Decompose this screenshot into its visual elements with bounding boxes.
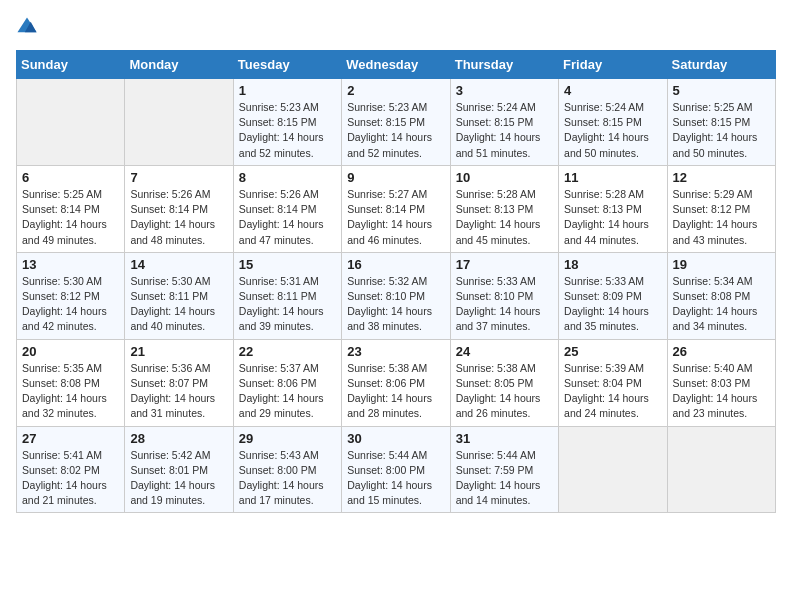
day-info: Sunrise: 5:35 AMSunset: 8:08 PMDaylight:… bbox=[22, 361, 119, 422]
day-number: 3 bbox=[456, 83, 553, 98]
calendar-cell: 29 Sunrise: 5:43 AMSunset: 8:00 PMDaylig… bbox=[233, 426, 341, 513]
day-number: 11 bbox=[564, 170, 661, 185]
calendar-header-row: SundayMondayTuesdayWednesdayThursdayFrid… bbox=[17, 51, 776, 79]
calendar-cell: 14 Sunrise: 5:30 AMSunset: 8:11 PMDaylig… bbox=[125, 252, 233, 339]
calendar-cell: 25 Sunrise: 5:39 AMSunset: 8:04 PMDaylig… bbox=[559, 339, 667, 426]
day-header-monday: Monday bbox=[125, 51, 233, 79]
day-info: Sunrise: 5:23 AMSunset: 8:15 PMDaylight:… bbox=[347, 100, 444, 161]
calendar-cell: 31 Sunrise: 5:44 AMSunset: 7:59 PMDaylig… bbox=[450, 426, 558, 513]
day-info: Sunrise: 5:28 AMSunset: 8:13 PMDaylight:… bbox=[456, 187, 553, 248]
day-number: 13 bbox=[22, 257, 119, 272]
calendar-cell: 26 Sunrise: 5:40 AMSunset: 8:03 PMDaylig… bbox=[667, 339, 775, 426]
day-info: Sunrise: 5:32 AMSunset: 8:10 PMDaylight:… bbox=[347, 274, 444, 335]
day-number: 10 bbox=[456, 170, 553, 185]
day-number: 6 bbox=[22, 170, 119, 185]
day-number: 20 bbox=[22, 344, 119, 359]
calendar-cell: 28 Sunrise: 5:42 AMSunset: 8:01 PMDaylig… bbox=[125, 426, 233, 513]
calendar-cell bbox=[125, 79, 233, 166]
day-info: Sunrise: 5:23 AMSunset: 8:15 PMDaylight:… bbox=[239, 100, 336, 161]
day-info: Sunrise: 5:43 AMSunset: 8:00 PMDaylight:… bbox=[239, 448, 336, 509]
day-header-friday: Friday bbox=[559, 51, 667, 79]
day-number: 23 bbox=[347, 344, 444, 359]
day-info: Sunrise: 5:38 AMSunset: 8:05 PMDaylight:… bbox=[456, 361, 553, 422]
day-info: Sunrise: 5:42 AMSunset: 8:01 PMDaylight:… bbox=[130, 448, 227, 509]
calendar-cell: 11 Sunrise: 5:28 AMSunset: 8:13 PMDaylig… bbox=[559, 165, 667, 252]
day-number: 8 bbox=[239, 170, 336, 185]
day-info: Sunrise: 5:33 AMSunset: 8:10 PMDaylight:… bbox=[456, 274, 553, 335]
day-number: 31 bbox=[456, 431, 553, 446]
day-number: 5 bbox=[673, 83, 770, 98]
day-info: Sunrise: 5:38 AMSunset: 8:06 PMDaylight:… bbox=[347, 361, 444, 422]
day-info: Sunrise: 5:37 AMSunset: 8:06 PMDaylight:… bbox=[239, 361, 336, 422]
day-number: 29 bbox=[239, 431, 336, 446]
day-number: 22 bbox=[239, 344, 336, 359]
day-info: Sunrise: 5:41 AMSunset: 8:02 PMDaylight:… bbox=[22, 448, 119, 509]
calendar-cell: 23 Sunrise: 5:38 AMSunset: 8:06 PMDaylig… bbox=[342, 339, 450, 426]
calendar-cell: 12 Sunrise: 5:29 AMSunset: 8:12 PMDaylig… bbox=[667, 165, 775, 252]
day-info: Sunrise: 5:25 AMSunset: 8:14 PMDaylight:… bbox=[22, 187, 119, 248]
week-row-2: 6 Sunrise: 5:25 AMSunset: 8:14 PMDayligh… bbox=[17, 165, 776, 252]
day-number: 14 bbox=[130, 257, 227, 272]
day-number: 21 bbox=[130, 344, 227, 359]
day-info: Sunrise: 5:34 AMSunset: 8:08 PMDaylight:… bbox=[673, 274, 770, 335]
calendar-cell: 13 Sunrise: 5:30 AMSunset: 8:12 PMDaylig… bbox=[17, 252, 125, 339]
calendar-cell: 15 Sunrise: 5:31 AMSunset: 8:11 PMDaylig… bbox=[233, 252, 341, 339]
day-header-tuesday: Tuesday bbox=[233, 51, 341, 79]
calendar-cell bbox=[667, 426, 775, 513]
calendar-cell: 4 Sunrise: 5:24 AMSunset: 8:15 PMDayligh… bbox=[559, 79, 667, 166]
day-number: 7 bbox=[130, 170, 227, 185]
calendar-cell: 2 Sunrise: 5:23 AMSunset: 8:15 PMDayligh… bbox=[342, 79, 450, 166]
calendar-cell: 10 Sunrise: 5:28 AMSunset: 8:13 PMDaylig… bbox=[450, 165, 558, 252]
day-info: Sunrise: 5:44 AMSunset: 7:59 PMDaylight:… bbox=[456, 448, 553, 509]
calendar-cell: 24 Sunrise: 5:38 AMSunset: 8:05 PMDaylig… bbox=[450, 339, 558, 426]
day-number: 4 bbox=[564, 83, 661, 98]
day-info: Sunrise: 5:24 AMSunset: 8:15 PMDaylight:… bbox=[456, 100, 553, 161]
calendar-cell bbox=[559, 426, 667, 513]
day-info: Sunrise: 5:27 AMSunset: 8:14 PMDaylight:… bbox=[347, 187, 444, 248]
day-number: 19 bbox=[673, 257, 770, 272]
calendar-cell: 7 Sunrise: 5:26 AMSunset: 8:14 PMDayligh… bbox=[125, 165, 233, 252]
day-header-wednesday: Wednesday bbox=[342, 51, 450, 79]
day-number: 15 bbox=[239, 257, 336, 272]
calendar-cell: 17 Sunrise: 5:33 AMSunset: 8:10 PMDaylig… bbox=[450, 252, 558, 339]
day-info: Sunrise: 5:36 AMSunset: 8:07 PMDaylight:… bbox=[130, 361, 227, 422]
day-info: Sunrise: 5:29 AMSunset: 8:12 PMDaylight:… bbox=[673, 187, 770, 248]
day-info: Sunrise: 5:40 AMSunset: 8:03 PMDaylight:… bbox=[673, 361, 770, 422]
week-row-5: 27 Sunrise: 5:41 AMSunset: 8:02 PMDaylig… bbox=[17, 426, 776, 513]
calendar-cell: 18 Sunrise: 5:33 AMSunset: 8:09 PMDaylig… bbox=[559, 252, 667, 339]
day-header-sunday: Sunday bbox=[17, 51, 125, 79]
logo-icon bbox=[16, 16, 38, 38]
day-info: Sunrise: 5:39 AMSunset: 8:04 PMDaylight:… bbox=[564, 361, 661, 422]
day-header-thursday: Thursday bbox=[450, 51, 558, 79]
day-info: Sunrise: 5:26 AMSunset: 8:14 PMDaylight:… bbox=[239, 187, 336, 248]
day-number: 26 bbox=[673, 344, 770, 359]
day-number: 25 bbox=[564, 344, 661, 359]
day-number: 9 bbox=[347, 170, 444, 185]
logo bbox=[16, 16, 42, 38]
week-row-1: 1 Sunrise: 5:23 AMSunset: 8:15 PMDayligh… bbox=[17, 79, 776, 166]
day-info: Sunrise: 5:33 AMSunset: 8:09 PMDaylight:… bbox=[564, 274, 661, 335]
day-info: Sunrise: 5:28 AMSunset: 8:13 PMDaylight:… bbox=[564, 187, 661, 248]
day-number: 24 bbox=[456, 344, 553, 359]
day-number: 27 bbox=[22, 431, 119, 446]
day-info: Sunrise: 5:25 AMSunset: 8:15 PMDaylight:… bbox=[673, 100, 770, 161]
calendar-cell: 20 Sunrise: 5:35 AMSunset: 8:08 PMDaylig… bbox=[17, 339, 125, 426]
day-number: 28 bbox=[130, 431, 227, 446]
calendar-cell: 21 Sunrise: 5:36 AMSunset: 8:07 PMDaylig… bbox=[125, 339, 233, 426]
calendar-cell: 22 Sunrise: 5:37 AMSunset: 8:06 PMDaylig… bbox=[233, 339, 341, 426]
day-number: 1 bbox=[239, 83, 336, 98]
calendar-table: SundayMondayTuesdayWednesdayThursdayFrid… bbox=[16, 50, 776, 513]
day-number: 12 bbox=[673, 170, 770, 185]
day-info: Sunrise: 5:30 AMSunset: 8:11 PMDaylight:… bbox=[130, 274, 227, 335]
calendar-cell: 19 Sunrise: 5:34 AMSunset: 8:08 PMDaylig… bbox=[667, 252, 775, 339]
day-number: 17 bbox=[456, 257, 553, 272]
page-header bbox=[16, 16, 776, 38]
calendar-cell: 9 Sunrise: 5:27 AMSunset: 8:14 PMDayligh… bbox=[342, 165, 450, 252]
week-row-3: 13 Sunrise: 5:30 AMSunset: 8:12 PMDaylig… bbox=[17, 252, 776, 339]
day-number: 30 bbox=[347, 431, 444, 446]
calendar-cell: 5 Sunrise: 5:25 AMSunset: 8:15 PMDayligh… bbox=[667, 79, 775, 166]
week-row-4: 20 Sunrise: 5:35 AMSunset: 8:08 PMDaylig… bbox=[17, 339, 776, 426]
day-info: Sunrise: 5:31 AMSunset: 8:11 PMDaylight:… bbox=[239, 274, 336, 335]
calendar-cell bbox=[17, 79, 125, 166]
day-info: Sunrise: 5:24 AMSunset: 8:15 PMDaylight:… bbox=[564, 100, 661, 161]
